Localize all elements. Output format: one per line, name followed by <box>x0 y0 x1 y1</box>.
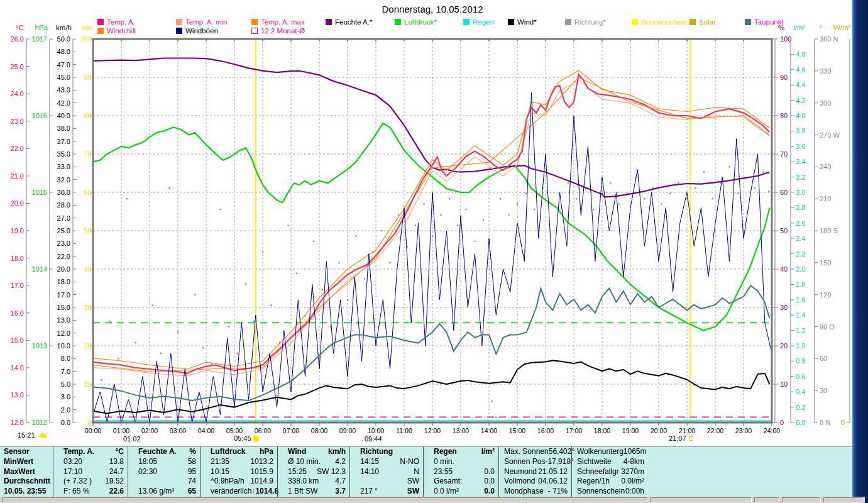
sunrise-time-label: 05:45 <box>234 434 251 442</box>
stat-unit-feuchte: % <box>177 447 200 457</box>
row-label-1: MinWert <box>0 457 53 467</box>
stat-value: 22.6 <box>93 487 128 497</box>
svg-text:2.0: 2.0 <box>796 265 805 273</box>
series-wind <box>93 360 769 413</box>
y-axis-deg: 360 N330300270 W240210180 S15012090 O603… <box>815 35 840 426</box>
stat-header-wind: Wind <box>278 447 316 457</box>
status-bar-panel-5 <box>823 497 862 502</box>
svg-text:30.0: 30.0 <box>57 189 70 196</box>
stat-value: N <box>381 467 423 477</box>
svg-text:0.6: 0.6 <box>796 373 805 380</box>
svg-text:15.0: 15.0 <box>11 336 24 344</box>
svg-text:45.0: 45.0 <box>57 74 70 81</box>
stat-cell: 0 min. <box>424 457 463 467</box>
sunrise-sun-icon <box>253 436 259 441</box>
stat-value: 13.8 <box>93 457 128 467</box>
svg-text:37.0: 37.0 <box>57 138 70 145</box>
svg-text:12.0: 12.0 <box>11 419 24 426</box>
svg-text:22:00: 22:00 <box>707 427 723 434</box>
stat-unit-richtung <box>393 447 423 457</box>
stat-value <box>463 457 498 467</box>
svg-text:21.0: 21.0 <box>11 172 24 180</box>
svg-text:1.2: 1.2 <box>796 327 805 334</box>
info-value: 1065m <box>624 447 651 457</box>
svg-text:3.2: 3.2 <box>796 174 805 181</box>
svg-text:240: 240 <box>820 163 831 170</box>
svg-text:21:00: 21:00 <box>679 427 695 434</box>
svg-text:19.0: 19.0 <box>11 227 24 235</box>
svg-text:0: 0 <box>841 419 845 426</box>
stat-header-luftdruck: Luftdruck <box>201 447 248 457</box>
stat-value: N-NO <box>381 457 423 467</box>
svg-text:23:00: 23:00 <box>735 427 752 434</box>
svg-text:11:00: 11:00 <box>396 427 412 434</box>
svg-text:10: 10 <box>780 380 788 388</box>
stat-value: SW 12.3 <box>316 467 349 477</box>
svg-text:0.0: 0.0 <box>61 419 70 426</box>
svg-text:10: 10 <box>84 380 92 388</box>
svg-text:12:00: 12:00 <box>424 427 441 434</box>
stat-value: 19.52 <box>93 477 128 487</box>
y-axis-kmh: 50.048.047.045.043.042.040.038.037.035.0… <box>57 35 76 426</box>
row-label-3: Durchschnitt <box>0 477 53 487</box>
stat-value: 0.0 <box>463 477 498 487</box>
svg-text:20.0: 20.0 <box>11 199 24 207</box>
svg-text:4.2: 4.2 <box>796 97 805 104</box>
svg-text:14:00: 14:00 <box>481 427 497 434</box>
stat-cell: ^0.9hPa/h <box>201 477 248 487</box>
stat-unit-regen: l/m² <box>463 447 498 457</box>
info-label: Schneefallgr <box>572 467 619 477</box>
svg-text:03:00: 03:00 <box>170 427 186 434</box>
stat-value: 24.7 <box>93 467 128 477</box>
annotation-moonset: ↓09:44 <box>361 434 382 443</box>
svg-text:80: 80 <box>780 112 788 119</box>
y-axis-min: 1009080706050403020100 <box>80 35 93 426</box>
svg-text:1016: 1016 <box>32 112 47 119</box>
svg-text:50: 50 <box>84 227 92 235</box>
info-value: 04.06.12 <box>537 477 571 487</box>
svg-text:23.0: 23.0 <box>57 240 70 247</box>
svg-text:40.0: 40.0 <box>57 112 70 119</box>
stat-cell <box>128 477 172 487</box>
svg-text:50: 50 <box>780 227 788 235</box>
svg-text:1015: 1015 <box>32 189 47 196</box>
svg-text:1013: 1013 <box>32 342 47 350</box>
info-value: 0.0l/m² <box>619 477 648 487</box>
stat-cell: 14:15 <box>350 457 381 467</box>
svg-text:330: 330 <box>820 67 831 75</box>
svg-text:4.0: 4.0 <box>796 112 805 119</box>
svg-text:0: 0 <box>780 419 784 426</box>
svg-text:17.0: 17.0 <box>11 282 24 289</box>
stats-col-info: Wolkenunterg1065mSichtweite4-8kmSchneefa… <box>571 447 648 497</box>
svg-text:270 W: 270 W <box>820 131 840 139</box>
y-axis-lm2: 4.84.64.44.24.03.83.63.43.23.02.82.62.42… <box>791 39 805 426</box>
row-label-4: 10.05. 23:55 <box>0 487 53 497</box>
svg-text:10.0: 10.0 <box>57 342 70 350</box>
svg-text:48.0: 48.0 <box>57 48 70 55</box>
svg-text:0: 0 <box>88 419 92 426</box>
svg-text:3.6: 3.6 <box>796 143 805 150</box>
weather-app-window: Donnerstag, 10.05.2012 Temp. A.Temp. A. … <box>0 0 868 503</box>
stat-value: 74 <box>172 477 200 487</box>
svg-text:0.2: 0.2 <box>796 404 805 411</box>
svg-text:70: 70 <box>84 150 92 158</box>
svg-text:18.0: 18.0 <box>57 278 70 285</box>
svg-text:60: 60 <box>780 189 788 196</box>
svg-text:90 O: 90 O <box>820 323 835 331</box>
info-label: Regen/1h <box>572 477 619 487</box>
sensor-stats-table: SensorMinWertMaxWertDurchschnitt10.05. 2… <box>0 446 852 497</box>
status-bar-panel-4 <box>782 497 821 502</box>
svg-text:80: 80 <box>84 112 92 119</box>
svg-text:15.0: 15.0 <box>57 304 70 311</box>
svg-text:2.0: 2.0 <box>61 406 70 414</box>
svg-text:13.0: 13.0 <box>11 391 24 399</box>
svg-text:1017: 1017 <box>32 35 47 43</box>
stat-cell <box>350 477 381 487</box>
svg-text:0.0: 0.0 <box>796 419 805 426</box>
svg-text:13:00: 13:00 <box>453 427 469 434</box>
svg-text:90: 90 <box>84 74 92 81</box>
info-value: 21.05.12 <box>537 467 571 477</box>
svg-text:13.0: 13.0 <box>57 316 70 324</box>
stat-cell: 21:35 <box>201 457 248 467</box>
scatter-richtung <box>101 166 769 418</box>
